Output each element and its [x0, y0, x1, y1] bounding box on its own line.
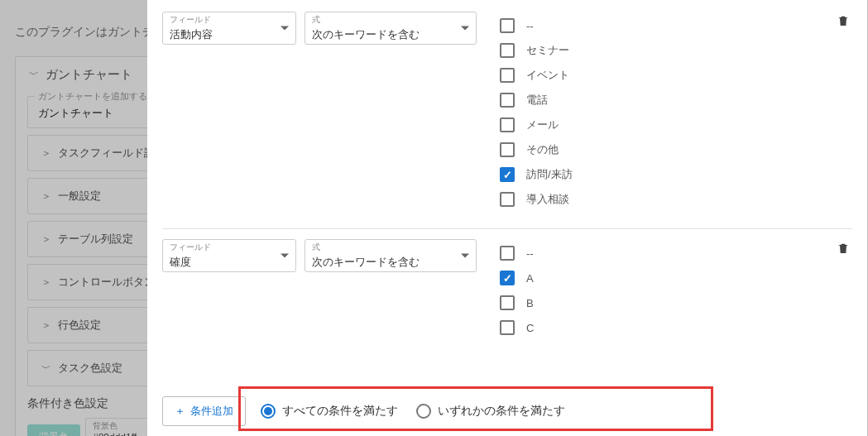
option-label: セミナー	[526, 43, 569, 58]
option-label: その他	[526, 142, 559, 157]
chevron-down-icon	[461, 254, 469, 258]
option-row[interactable]: ✓ A	[500, 271, 826, 285]
chevron-down-icon	[281, 26, 289, 31]
checkbox-icon[interactable]	[500, 142, 515, 157]
option-row[interactable]: その他	[500, 142, 826, 157]
option-row[interactable]: --	[500, 18, 826, 33]
checkbox-icon[interactable]	[500, 246, 515, 261]
option-label: B	[526, 297, 534, 309]
option-row[interactable]: セミナー	[500, 43, 826, 58]
option-label: A	[526, 272, 534, 285]
checkbox-icon[interactable]	[500, 117, 515, 132]
chevron-down-icon	[461, 26, 469, 31]
option-label: イベント	[526, 68, 569, 83]
option-label: --	[526, 247, 534, 260]
option-row[interactable]: --	[500, 246, 826, 261]
checkbox-icon[interactable]	[500, 320, 515, 335]
option-label: 訪問/来訪	[526, 167, 573, 182]
option-row[interactable]: イベント	[500, 68, 826, 83]
option-row[interactable]: 電話	[500, 93, 826, 108]
field-select[interactable]: フィールド 確度	[162, 239, 296, 272]
radio-any-label: いずれかの条件を満たす	[438, 404, 565, 419]
radio-all[interactable]: すべての条件を満たす	[261, 404, 398, 419]
option-row[interactable]: C	[500, 320, 826, 335]
option-row[interactable]: 導入相談	[500, 192, 826, 207]
checkbox-icon[interactable]: ✓	[500, 271, 515, 285]
option-row[interactable]: B	[500, 295, 826, 310]
option-row[interactable]: ✓ 訪問/来訪	[500, 167, 826, 182]
add-condition-label: 条件追加	[190, 404, 233, 419]
radio-on-icon	[261, 404, 276, 419]
option-label: C	[526, 322, 534, 334]
option-row[interactable]: メール	[500, 117, 826, 132]
checkbox-icon[interactable]: ✓	[500, 167, 515, 182]
radio-all-label: すべての条件を満たす	[282, 404, 398, 419]
option-label: 電話	[526, 93, 548, 108]
checkbox-icon[interactable]	[500, 43, 515, 58]
checkbox-icon[interactable]	[500, 295, 515, 310]
checkbox-icon[interactable]	[500, 192, 515, 207]
plus-icon: ＋	[175, 404, 185, 419]
chevron-down-icon	[281, 254, 289, 258]
conditions-modal: フィールド 活動内容 式 次のキーワードを含む -- セミナー イベント 電話	[147, 0, 867, 436]
add-condition-button[interactable]: ＋ 条件追加	[162, 396, 246, 426]
field-select[interactable]: フィールド 活動内容	[162, 12, 296, 45]
modal-footer: ＋ 条件追加 すべての条件を満たす いずれかの条件を満たす	[147, 388, 867, 436]
delete-condition-button[interactable]	[834, 12, 852, 30]
checkbox-icon[interactable]	[500, 93, 515, 108]
delete-condition-button[interactable]	[834, 239, 852, 257]
option-label: --	[526, 20, 534, 32]
expr-select[interactable]: 式 次のキーワードを含む	[305, 12, 477, 45]
radio-off-icon	[416, 404, 431, 419]
checkbox-icon[interactable]	[500, 18, 515, 33]
logic-radio-group: すべての条件を満たす いずれかの条件を満たす	[261, 404, 565, 419]
expr-select[interactable]: 式 次のキーワードを含む	[305, 239, 477, 272]
option-label: 導入相談	[526, 192, 569, 207]
option-label: メール	[526, 117, 559, 132]
radio-any[interactable]: いずれかの条件を満たす	[416, 404, 565, 419]
checkbox-icon[interactable]	[500, 68, 515, 83]
